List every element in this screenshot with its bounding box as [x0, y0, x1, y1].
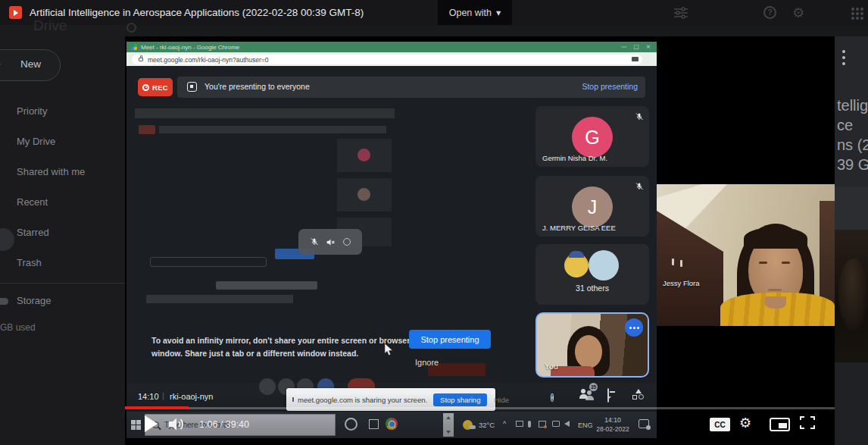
mic-off-icon	[310, 237, 319, 246]
webcam-person-neck	[765, 296, 786, 309]
sidebar-item-shared-with-me[interactable]: Shared with me	[0, 163, 125, 184]
video-player[interactable]: Meet - rki-oaoj-nyn - Google Chrome — □ …	[125, 36, 835, 445]
plus-icon: +	[0, 57, 1, 72]
volume-button[interactable]	[169, 418, 186, 431]
storage-used-text: GB used	[0, 322, 36, 333]
others-count-label: 31 others	[535, 284, 649, 293]
chevron-down-icon: ▾	[496, 7, 501, 18]
mic-off-icon	[635, 180, 644, 194]
preview-topbar: Artificial Intelligence in Aerospace App…	[0, 0, 868, 25]
taskbar-scroll-spinner	[443, 413, 454, 437]
mirror-toolbar	[298, 229, 362, 255]
avatar	[589, 250, 619, 280]
captions-button[interactable]: CC	[710, 418, 730, 431]
file-title: Artificial Intelligence in Aerospace App…	[30, 7, 364, 18]
taskbar-date: 28-02-2022	[593, 425, 632, 434]
record-dot-icon	[142, 84, 149, 91]
infinity-warning-line1: To avoid an infinity mirror, don't share…	[151, 336, 410, 345]
chat-icon	[607, 389, 609, 403]
infinity-warning-line2: window. Share just a tab or a different …	[151, 349, 358, 358]
you-label: You	[545, 362, 558, 371]
rec-badge: REC	[138, 78, 173, 96]
rec-label: REC	[152, 83, 168, 92]
others-tile: 31 others	[535, 244, 649, 305]
activities-icon	[632, 389, 645, 400]
new-button[interactable]: + New	[0, 49, 61, 81]
filter-sliders-icon[interactable]	[674, 7, 688, 19]
mouse-cursor	[384, 343, 394, 356]
open-with-label: Open with	[449, 8, 492, 18]
sidebar-item-starred[interactable]: Starred	[0, 224, 125, 245]
tray-speaker-icon	[564, 421, 570, 427]
miniplayer-button[interactable]	[770, 418, 790, 431]
cortana-icon	[345, 418, 358, 431]
presenting-banner-text: You're presenting to everyone	[205, 82, 310, 91]
mirror-shape	[150, 257, 267, 267]
window-controls: — □ ×	[621, 43, 651, 50]
you-tile: You	[535, 312, 649, 378]
stop-sharing-button: Stop sharing	[433, 393, 487, 406]
chrome-icon	[386, 418, 398, 430]
meet-clock: 14:10	[138, 392, 159, 401]
mirror-shape	[337, 178, 392, 212]
play-button[interactable]	[145, 415, 158, 432]
video-thumbnail-dimmed	[835, 230, 868, 362]
address-field: meet.google.com/rki-oaoj-nyn?authuser=0	[132, 55, 642, 64]
chrome-titlebar: Meet - rki-oaoj-nyn - Google Chrome — □ …	[126, 42, 657, 52]
video-file-icon	[9, 6, 22, 19]
sharing-message: meet.google.com is sharing your screen.	[298, 396, 427, 404]
mirror-control-circle	[259, 378, 276, 395]
settings-gear-icon[interactable]: ⚙	[792, 5, 804, 20]
sidebar-item-my-drive[interactable]: My Drive	[0, 133, 125, 154]
temperature-text: 32°C	[479, 421, 495, 429]
hide-link: Hide	[494, 396, 509, 404]
progress-fill	[125, 406, 189, 409]
participant-name: Germin Nisha Dr. M.	[542, 154, 607, 162]
drive-video-preview-screen: Artificial Intelligence in Aerospace App…	[0, 0, 868, 445]
webcam-person-hairline	[744, 227, 807, 249]
meeting-code: rki-oaoj-nyn	[170, 392, 213, 401]
progress-bar[interactable]	[125, 407, 835, 409]
apps-grid-icon[interactable]	[851, 8, 854, 11]
participant-tile: J J. MERRY GEISA EEE	[535, 176, 649, 237]
player-settings-icon[interactable]: ⚙	[739, 415, 751, 431]
stop-presenting-button: Stop presenting	[409, 330, 491, 349]
maximize-icon: □	[634, 43, 639, 50]
kebab-menu-icon[interactable]	[842, 50, 845, 53]
sidebar-item-priority[interactable]: Priority	[0, 102, 125, 124]
mirror-shape	[139, 125, 155, 134]
taskbar-clock: 14:10 28-02-2022	[593, 415, 632, 434]
search-icon	[126, 23, 136, 33]
participant-count-badge: 35	[589, 383, 598, 391]
info-icon: i	[551, 389, 554, 403]
avatar-cap	[569, 251, 584, 258]
minimize-icon: —	[621, 43, 627, 50]
tray-chat-icon	[552, 421, 560, 427]
audio-off-icon	[326, 237, 336, 247]
avatar: J	[572, 186, 613, 227]
mirror-shape	[159, 126, 386, 133]
sidebar-item-recent[interactable]: Recent	[0, 193, 125, 215]
meet-favicon	[131, 44, 137, 50]
fullscreen-button[interactable]	[800, 416, 815, 429]
new-button-label: New	[20, 58, 41, 70]
chrome-window-title: Meet - rki-oaoj-nyn - Google Chrome	[141, 44, 239, 51]
present-screen-icon	[187, 82, 197, 92]
mirror-shape	[337, 139, 392, 172]
drive-brand-ghost: Drive	[33, 17, 67, 34]
mirror-shape	[216, 281, 317, 290]
tile-more-options-icon	[625, 318, 643, 337]
taskbar-time: 14:10	[593, 415, 632, 425]
notification-icon	[639, 419, 649, 428]
emoji-icon	[342, 237, 351, 246]
open-with-button[interactable]: Open with ▾	[438, 0, 512, 25]
sidebar-item-trash[interactable]: Trash	[0, 254, 125, 275]
participants-icon: 35	[579, 389, 593, 400]
camera-permission-icon	[632, 57, 639, 61]
close-icon: ×	[646, 43, 651, 50]
task-view-icon	[369, 419, 379, 429]
webcam-name-label: Jessy Flora	[663, 279, 700, 287]
tray-icon	[539, 421, 546, 428]
sidebar-item-storage[interactable]: Storage	[17, 295, 52, 306]
help-icon[interactable]: ?	[763, 6, 776, 19]
